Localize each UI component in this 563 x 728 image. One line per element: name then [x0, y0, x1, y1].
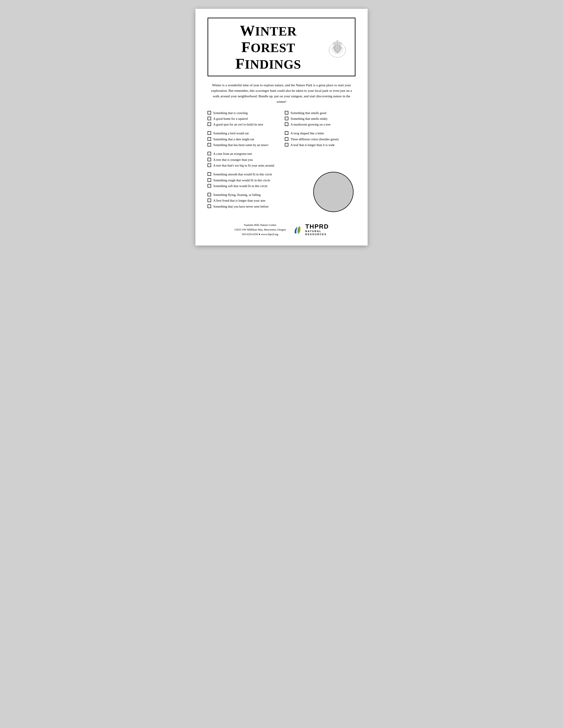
circle-area: Something smooth that would fit in this …: [207, 172, 356, 214]
checkbox[interactable]: [207, 111, 211, 114]
checkbox[interactable]: [285, 131, 289, 135]
list-item: A good home for a squirrel: [207, 116, 278, 121]
checkbox[interactable]: [207, 122, 211, 126]
group3-full: A cone from an evergreen tree A tree tha…: [207, 152, 356, 168]
item-label: Something that has been eaten by an inse…: [213, 143, 278, 147]
checkbox[interactable]: [207, 117, 211, 120]
list-item: A tree that is younger than you: [207, 158, 356, 162]
item-label: Something smooth that would fit in this …: [213, 172, 307, 176]
logo-natural-text: NATURAL: [305, 230, 322, 233]
list-item: Something that a deer might eat: [207, 137, 278, 141]
item-label: A good spot for an owl to build its nest: [213, 122, 278, 127]
org-address: 15655 SW Millikan Way, Beaverton, Oregon: [234, 228, 286, 231]
circle-items: Something smooth that would fit in this …: [207, 172, 307, 213]
page: WINTER FOREST FINDINGS Winter is a wonde…: [195, 9, 368, 246]
svg-point-1: [314, 172, 353, 212]
checkbox[interactable]: [207, 131, 211, 135]
group2-right: A twig shaped like a letter Three differ…: [285, 131, 356, 147]
list-item: A cone from an evergreen tree: [207, 152, 356, 156]
checkbox[interactable]: [207, 193, 211, 196]
checkbox[interactable]: [207, 152, 211, 155]
group1-right: Something that smells good Something tha…: [285, 111, 356, 127]
logo-text: THPRD NATURAL RESOURCES: [305, 223, 329, 236]
list-item: Something flying, floating, or falling: [207, 193, 307, 197]
list-item: Something that smells good: [285, 111, 356, 115]
checkbox[interactable]: [207, 137, 211, 141]
item-label: A tree that that's too big to fit your a…: [213, 163, 356, 168]
item-label: Something that smells good: [291, 111, 356, 115]
org-name: Tualatin Hills Nature Center: [244, 223, 276, 227]
checkbox[interactable]: [207, 163, 211, 167]
list-item: Something smooth that would fit in this …: [207, 172, 307, 176]
item-label: Something flying, floating, or falling: [213, 193, 307, 197]
group1-left: Something that is crawling A good home f…: [207, 111, 278, 127]
logo-thprd-text: THPRD: [305, 223, 329, 230]
item-label: Something rough that would fit in this c…: [213, 178, 307, 182]
item-label: Something that a deer might eat: [213, 137, 278, 141]
list-item: Something soft that would fit in this ci…: [207, 184, 307, 188]
list-item: A good spot for an owl to build its nest: [207, 122, 278, 127]
list-item: Something that you have never seen befor…: [207, 204, 307, 209]
list-item: A tree that that's too big to fit your a…: [207, 163, 356, 168]
checklist-container: Something that is crawling A good home f…: [207, 111, 356, 152]
footer: Tualatin Hills Nature Center 15655 SW Mi…: [207, 221, 356, 236]
item-label: Something a bird would eat: [213, 131, 278, 135]
list-item: A mushroom growing on a tree: [285, 122, 356, 127]
list-item: Something that has been eaten by an inse…: [207, 143, 278, 147]
item-label: A tree that is younger than you: [213, 158, 356, 162]
item-label: A cone from an evergreen tree: [213, 152, 356, 156]
org-phone-web: 503-629-6350 ♦ www.thprd.org: [242, 233, 278, 236]
item-label: A twig shaped like a letter: [291, 131, 356, 135]
list-item: Something a bird would eat: [207, 131, 278, 135]
checkbox[interactable]: [285, 111, 289, 114]
pine-cone-illustration: [325, 39, 350, 59]
item-label: Something that smells stinky: [291, 116, 356, 121]
footer-contact: Tualatin Hills Nature Center 15655 SW Mi…: [234, 223, 286, 236]
checkbox[interactable]: [207, 184, 211, 188]
item-label: A leaf that is longer than it is wide: [291, 143, 356, 147]
thprd-logo: THPRD NATURAL RESOURCES: [293, 223, 329, 236]
checkbox[interactable]: [207, 158, 211, 161]
group5-full: Something flying, floating, or falling A…: [207, 193, 307, 209]
list-item: Something that smells stinky: [285, 116, 356, 121]
item-label: Something soft that would fit in this ci…: [213, 184, 307, 188]
group2-left: Something a bird would eat Something tha…: [207, 131, 278, 147]
checklist-left: Something that is crawling A good home f…: [207, 111, 283, 152]
checkbox[interactable]: [285, 122, 289, 126]
checkbox[interactable]: [207, 205, 211, 208]
checkbox[interactable]: [285, 117, 289, 120]
intro-text: Winter is a wonderful time of year to ex…: [207, 83, 356, 104]
list-item: A twig shaped like a letter: [285, 131, 356, 135]
checklist-right: Something that smells good Something tha…: [283, 111, 356, 152]
item-label: Something that you have never seen befor…: [213, 204, 307, 209]
checkbox[interactable]: [285, 137, 289, 141]
size-reference-circle: [311, 170, 356, 214]
list-item: A leaf that is longer than it is wide: [285, 143, 356, 147]
logo-resources-text: RESOURCES: [305, 233, 327, 236]
checkbox[interactable]: [207, 143, 211, 146]
item-label: A mushroom growing on a tree: [291, 122, 356, 127]
list-item: Something that is crawling: [207, 111, 278, 115]
checkbox[interactable]: [207, 178, 211, 182]
checkbox[interactable]: [207, 172, 211, 176]
checkbox[interactable]: [285, 143, 289, 146]
logo-leaves-icon: [293, 224, 304, 235]
title-box: WINTER FOREST FINDINGS: [207, 18, 356, 76]
list-item: Three different colors (besides green): [285, 137, 356, 141]
item-label: Three different colors (besides green): [291, 137, 356, 141]
item-label: A fern frond that is longer than your ar…: [213, 198, 307, 203]
title-text: WINTER FOREST FINDINGS: [213, 22, 323, 72]
checkbox[interactable]: [207, 199, 211, 202]
item-label: A good home for a squirrel: [213, 116, 278, 121]
list-item: Something rough that would fit in this c…: [207, 178, 307, 182]
list-item: A fern frond that is longer than your ar…: [207, 198, 307, 203]
item-label: Something that is crawling: [213, 111, 278, 115]
group4-circle: Something smooth that would fit in this …: [207, 172, 307, 188]
